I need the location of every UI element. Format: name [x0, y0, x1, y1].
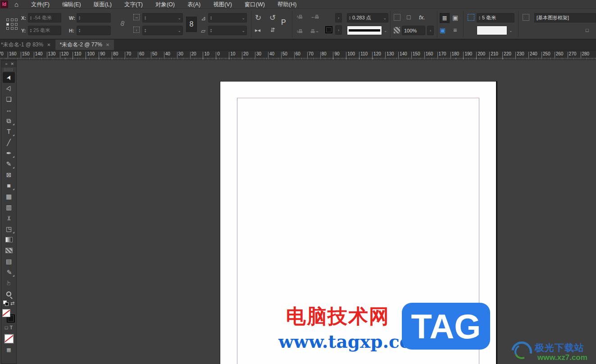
ref-pt-selected[interactable]	[6, 23, 9, 26]
content-collector-tool[interactable]: ⧉	[3, 115, 15, 126]
stepper-icon[interactable]: ▴▾	[210, 16, 212, 20]
apply-none-button[interactable]	[5, 334, 14, 343]
fill-box-none[interactable]	[2, 309, 10, 317]
zoom-tool[interactable]	[3, 288, 15, 299]
panel-grip[interactable]	[4, 68, 14, 71]
top-margin-guide[interactable]	[237, 98, 479, 98]
menu-item-3[interactable]: 文字(T)	[118, 0, 149, 9]
left-margin-guide[interactable]	[237, 98, 237, 364]
frame-fitting-icon[interactable]	[468, 14, 474, 21]
gap-tool[interactable]: ↔	[3, 105, 15, 115]
opacity-field[interactable]: 100%	[402, 26, 425, 35]
tab-close-icon[interactable]: ✕	[47, 42, 50, 47]
horizontal-ruler[interactable]: 1701601501401301201101009080706050403020…	[0, 50, 596, 60]
page-tool[interactable]: ❏	[3, 94, 15, 105]
rotation-angle-field[interactable]: ▴▾ ⌄	[208, 13, 247, 23]
align-icon[interactable]: ≡	[453, 27, 457, 34]
reference-point-grid[interactable]	[6, 18, 18, 30]
stepper-icon[interactable]: ▴▾	[349, 16, 350, 20]
dropdown-icon[interactable]: ⌄	[241, 16, 245, 20]
hand-tool[interactable]: ☞	[3, 278, 15, 288]
menu-item-8[interactable]: 帮助(H)	[271, 0, 303, 9]
pencil-tool[interactable]: ✎	[3, 159, 15, 169]
height-field[interactable]: ▴▾	[77, 26, 111, 35]
formatting-affects-container-icon[interactable]: □	[5, 325, 8, 330]
constrain-scale-link-icon[interactable]: 8	[186, 17, 197, 32]
stepper-icon[interactable]: ▴▾	[145, 16, 146, 20]
select-previous-object-icon[interactable]: ←品	[311, 14, 319, 20]
ref-pt[interactable]	[15, 23, 18, 26]
x-position-field[interactable]: ▴▾ -54 毫米	[28, 13, 61, 23]
wrap-around-box-icon[interactable]: ▣	[452, 14, 458, 21]
stroke-style-dropdown[interactable]	[347, 26, 382, 35]
corner-shape-icon[interactable]: □	[407, 14, 410, 21]
view-mode-icon[interactable]: ▦	[1, 347, 16, 353]
shear-angle-field[interactable]: ▴▾ ⌄	[208, 26, 247, 35]
panel-options-icon[interactable]: □	[586, 27, 589, 33]
selection-tool[interactable]: ➤	[3, 72, 15, 83]
dropdown-icon[interactable]: ⌄	[241, 28, 245, 33]
stroke-options-button[interactable]: ›	[335, 25, 342, 35]
scissors-tool[interactable]: ✂	[3, 213, 15, 223]
no-text-wrap-icon[interactable]: ≣	[440, 13, 450, 23]
stroke-weight-field[interactable]: ▴▾ 0.283 点 ⌄	[347, 13, 388, 23]
default-fill-stroke-icon[interactable]	[3, 300, 9, 306]
scale-y-field[interactable]: ▴▾ ⌄	[142, 26, 183, 35]
scale-x-field[interactable]: ▴▾ ⌄	[142, 13, 183, 23]
stepper-icon[interactable]: ▴▾	[210, 28, 212, 33]
rectangle-tool[interactable]: ■	[3, 180, 15, 191]
direct-selection-tool[interactable]: ➤	[3, 83, 15, 94]
formatting-affects-text-icon[interactable]: T	[9, 325, 13, 330]
menu-item-4[interactable]: 对象(O)	[149, 0, 181, 9]
document-canvas[interactable]: 电脑技术网 www.tagxp.com TAG » ✕ ➤➤❏↔⧉T╱✒✎⊠■▦…	[0, 60, 596, 364]
rotate-cw-icon[interactable]: ↻	[255, 13, 261, 23]
ref-pt[interactable]	[11, 23, 14, 26]
flip-vertical-icon[interactable]: ⇵	[270, 27, 275, 33]
dropdown-icon[interactable]: ⌄	[177, 16, 181, 20]
object-style-icon[interactable]	[523, 14, 529, 21]
gradient-swatch-tool[interactable]	[3, 234, 15, 245]
ref-pt[interactable]	[11, 18, 14, 21]
menu-item-2[interactable]: 版面(L)	[87, 0, 118, 9]
ref-pt[interactable]	[6, 18, 9, 21]
swatch-dropdown[interactable]	[477, 26, 507, 35]
flip-horizontal-icon[interactable]: ▸◂	[255, 27, 260, 33]
dropdown-icon[interactable]: ⌄	[383, 16, 387, 20]
stepper-icon[interactable]: ▴▾	[79, 16, 80, 20]
free-transform-tool[interactable]: ◳	[3, 223, 15, 234]
eyedropper-tool[interactable]: ✐	[3, 267, 15, 278]
object-style-dropdown[interactable]: [基本图形框架]	[534, 13, 596, 23]
dropdown-icon[interactable]: ⌄	[509, 28, 595, 33]
gradient-feather-tool[interactable]	[3, 245, 15, 256]
ref-pt[interactable]	[11, 27, 14, 30]
menu-item-7[interactable]: 窗口(W)	[238, 0, 271, 9]
document-tab-0[interactable]: *未命名-1 @ 83%✕	[0, 40, 55, 50]
horizontal-grid-tool[interactable]: ▦	[3, 191, 15, 202]
collapse-panel-icon[interactable]: »	[5, 62, 7, 66]
constrain-wh-link-icon[interactable]: 8	[120, 19, 126, 27]
menu-item-1[interactable]: 编辑(E)	[56, 0, 87, 9]
corner-options-icon[interactable]	[394, 14, 400, 21]
stepper-icon[interactable]: ▴▾	[79, 28, 80, 33]
menu-item-6[interactable]: 视图(V)	[207, 0, 238, 9]
dropdown-icon[interactable]: ⌄	[177, 28, 181, 33]
select-content-icon[interactable]: ↓品	[296, 28, 303, 34]
stroke-swatch-black[interactable]	[325, 26, 332, 33]
stepper-icon[interactable]: ▴▾	[479, 16, 480, 20]
pen-tool[interactable]: ✒	[3, 148, 15, 159]
width-field[interactable]: ▴▾	[77, 13, 111, 23]
document-tab-1[interactable]: *未命名-2 @ 77%✕	[55, 40, 114, 50]
select-container-icon[interactable]: ↑品	[296, 14, 303, 20]
line-tool[interactable]: ╱	[3, 137, 15, 148]
frame-tool[interactable]: ⊠	[3, 169, 15, 180]
fill-options-button[interactable]: ›	[335, 13, 342, 23]
ref-pt[interactable]	[15, 18, 18, 21]
stepper-icon[interactable]: ▴▾	[30, 16, 32, 20]
swap-fill-stroke-icon[interactable]: ⇄	[10, 300, 14, 306]
corner-size-field[interactable]: ▴▾ 5 毫米	[477, 13, 514, 23]
menu-item-0[interactable]: 文件(F)	[25, 0, 56, 9]
select-next-object-icon[interactable]: 品→	[311, 28, 319, 34]
tab-close-icon[interactable]: ✕	[106, 42, 109, 47]
note-tool[interactable]: ▤	[3, 256, 15, 267]
relative-to-page-icon[interactable]: P	[281, 18, 286, 27]
